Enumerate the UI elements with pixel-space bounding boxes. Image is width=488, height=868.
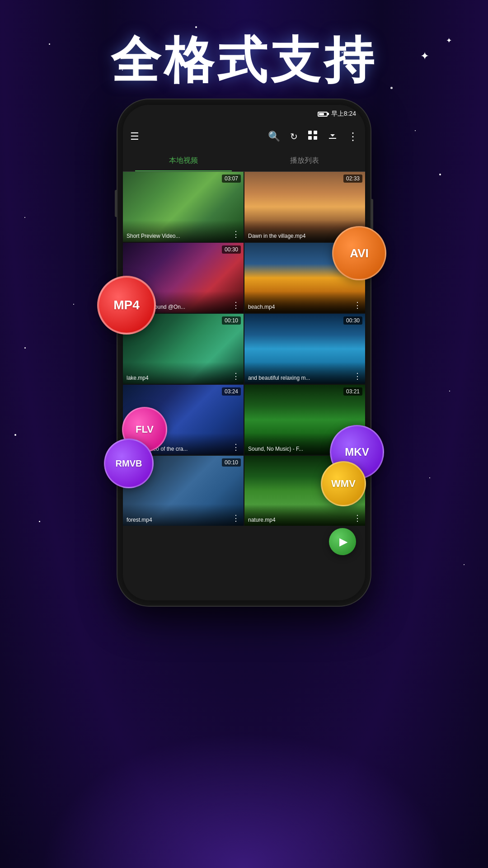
video-info-4: beach.mp4 ⋮ [244,291,365,313]
tab-bar: 本地视频 播放列表 [123,150,365,172]
download-button[interactable] [328,130,338,143]
fab-play-button[interactable]: ▶ [329,528,356,555]
format-bubble-wmv: WMV [321,461,366,506]
phone-outer: 早上8:24 ☰ 🔍 ↻ [117,99,371,606]
tab-local-videos[interactable]: 本地视频 [123,150,244,171]
menu-button[interactable]: ☰ [130,131,139,142]
video-duration-6: 00:30 [343,316,362,325]
video-info-5: lake.mp4 ⋮ [123,362,244,384]
more-button[interactable]: ⋮ [347,130,358,143]
grid-view-button[interactable] [308,130,318,143]
search-button[interactable]: 🔍 [268,131,280,142]
status-bar: 早上8:24 [123,105,365,123]
video-more-5[interactable]: ⋮ [232,371,240,381]
phone-screen: 早上8:24 ☰ 🔍 ↻ [123,105,365,600]
video-info-9: forest.mp4 ⋮ [123,504,244,526]
format-bubble-avi: AVI [332,226,386,280]
top-bar-icons: 🔍 ↻ ⋮ [268,130,358,143]
video-duration-2: 02:33 [343,175,362,183]
video-info-10: nature.mp4 ⋮ [244,504,365,526]
video-name-9: forest.mp4 [127,517,230,523]
video-name-6: and beautiful relaxing m... [248,375,352,381]
video-duration-5: 00:10 [222,316,241,325]
video-duration-8: 03:21 [343,387,362,396]
video-more-4[interactable]: ⋮ [353,300,361,310]
planet-glow [41,732,447,868]
video-info-1: Short Preview Video... ⋮ [123,220,244,242]
video-duration-1: 03:07 [222,175,241,183]
status-time: 早上8:24 [331,110,356,118]
video-more-7[interactable]: ⋮ [232,442,240,452]
video-item-1[interactable]: 03:07 Short Preview Video... ⋮ [123,172,244,242]
video-duration-7: 03:24 [222,387,241,396]
video-name-5: lake.mp4 [127,375,230,381]
video-more-3[interactable]: ⋮ [232,300,240,310]
video-info-6: and beautiful relaxing m... ⋮ [244,362,365,384]
video-name-10: nature.mp4 [248,517,352,523]
svg-rect-1 [314,131,317,134]
main-title: 全格式支持 [0,27,488,94]
svg-rect-0 [308,131,312,134]
video-more-6[interactable]: ⋮ [353,371,361,381]
refresh-button[interactable]: ↻ [290,131,298,142]
phone-wrapper: 早上8:24 ☰ 🔍 ↻ [117,99,371,606]
video-name-4: beach.mp4 [248,304,352,310]
video-more-10[interactable]: ⋮ [353,513,361,523]
video-more-9[interactable]: ⋮ [232,513,240,523]
video-name-1: Short Preview Video... [127,233,230,239]
format-bubble-rmvb: RMVB [104,439,154,488]
video-more-1[interactable]: ⋮ [232,229,240,239]
format-bubble-mp4: MP4 [97,276,156,335]
play-icon: ▶ [339,535,347,548]
top-bar: ☰ 🔍 ↻ [123,123,365,150]
battery-icon [318,112,328,117]
video-duration-3: 00:30 [222,245,241,254]
svg-rect-2 [308,136,312,140]
video-item-6[interactable]: 00:30 and beautiful relaxing m... ⋮ [244,314,365,384]
video-duration-9: 00:10 [222,458,241,467]
svg-rect-3 [314,136,317,140]
tab-playlist[interactable]: 播放列表 [244,150,365,171]
